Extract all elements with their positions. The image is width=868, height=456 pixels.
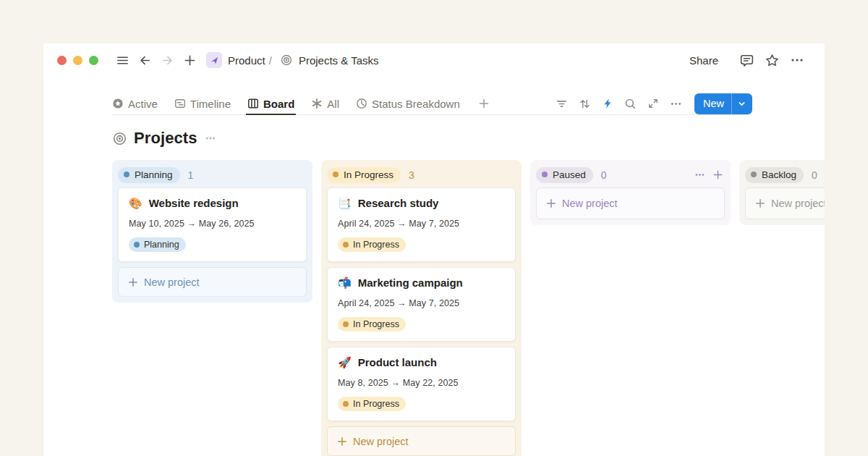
- status-dot-icon: [124, 172, 129, 177]
- zoom-window-button[interactable]: [89, 56, 98, 65]
- tab-status-breakdown[interactable]: Status Breakdown: [356, 93, 460, 114]
- favorite-star-icon[interactable]: [763, 51, 780, 69]
- add-view-icon[interactable]: [478, 98, 490, 109]
- card-status-label: In Progress: [353, 399, 399, 409]
- new-project-label: New project: [771, 198, 825, 209]
- view-controls: New: [556, 93, 752, 114]
- group-status-pill[interactable]: Paused: [536, 167, 593, 183]
- filter-icon[interactable]: [556, 98, 568, 110]
- page-title[interactable]: Projects: [134, 129, 197, 148]
- tab-active[interactable]: Active: [112, 93, 158, 114]
- card-emoji: 📑: [338, 198, 352, 208]
- column-more-icon[interactable]: [694, 169, 705, 180]
- minimize-window-button[interactable]: [73, 56, 82, 65]
- search-icon[interactable]: [624, 98, 637, 110]
- card-status-label: Planning: [144, 240, 179, 250]
- status-dot-icon: [343, 242, 349, 248]
- project-card[interactable]: 📬 Marketing campaign April 24, 2025 → Ma…: [327, 267, 516, 342]
- group-status-pill[interactable]: In Progress: [327, 167, 401, 183]
- new-project-button[interactable]: New project: [118, 267, 307, 297]
- tab-board[interactable]: Board: [247, 93, 294, 114]
- column-planning: Planning 1 🎨 Website redesign May 10, 20…: [112, 160, 312, 303]
- kanban-board: Planning 1 🎨 Website redesign May 10, 20…: [112, 160, 825, 456]
- card-status-pill: In Progress: [338, 237, 406, 252]
- tab-label: Timeline: [190, 98, 231, 110]
- column-header: Planning 1: [118, 165, 307, 187]
- column-header-actions: [694, 169, 723, 180]
- breadcrumb-page[interactable]: Projects & Tasks: [299, 54, 379, 67]
- sidebar-menu-icon[interactable]: [114, 52, 130, 68]
- column-header: Backlog 0: [745, 165, 825, 187]
- card-status-pill: In Progress: [338, 397, 406, 411]
- pie-clock-icon: [356, 98, 367, 109]
- view-tabs: Active Timeline Board All: [112, 93, 490, 114]
- new-project-label: New project: [144, 276, 200, 288]
- card-emoji: 📬: [338, 277, 352, 288]
- group-count: 3: [409, 169, 414, 181]
- card-date-range: April 24, 2025 → May 7, 2025: [338, 219, 505, 229]
- more-options-icon[interactable]: [788, 51, 806, 69]
- group-count: 0: [812, 169, 817, 181]
- workspace-cursor-icon[interactable]: [206, 52, 222, 68]
- tab-all[interactable]: All: [311, 93, 339, 114]
- new-project-label: New project: [353, 436, 409, 447]
- card-title: Marketing campaign: [358, 276, 463, 289]
- automation-bolt-icon[interactable]: [602, 98, 613, 109]
- status-dot-icon: [751, 172, 757, 177]
- target-icon: [112, 131, 127, 146]
- expand-icon[interactable]: [647, 98, 659, 109]
- timeline-icon: [174, 98, 186, 109]
- project-card[interactable]: 🎨 Website redesign May 10, 2025 → May 26…: [118, 187, 307, 262]
- tab-label: Status Breakdown: [372, 98, 460, 110]
- column-header: Paused 0: [536, 165, 725, 187]
- close-window-button[interactable]: [57, 56, 67, 65]
- app-window: Product / Projects & Tasks Share: [43, 43, 825, 456]
- plus-icon: [546, 198, 556, 208]
- card-emoji: 🎨: [129, 198, 142, 208]
- new-button-label: New: [694, 98, 731, 109]
- plus-icon: [755, 198, 765, 208]
- chevron-down-icon[interactable]: [732, 100, 752, 108]
- card-date-range: April 24, 2025 → May 7, 2025: [338, 298, 505, 308]
- new-page-plus-icon[interactable]: [182, 52, 197, 68]
- board-icon: [247, 98, 259, 109]
- new-project-button[interactable]: New project: [327, 426, 516, 456]
- new-project-button[interactable]: New project: [536, 187, 725, 219]
- new-button[interactable]: New: [694, 93, 752, 114]
- group-status-pill[interactable]: Planning: [118, 167, 180, 183]
- top-bar-actions: Share: [689, 51, 806, 69]
- column-add-icon[interactable]: [712, 169, 723, 180]
- column-in-progress: In Progress 3 📑 Research study April 24,…: [321, 160, 522, 456]
- target-icon: [280, 54, 293, 67]
- tab-timeline[interactable]: Timeline: [174, 93, 231, 114]
- project-card[interactable]: 📑 Research study April 24, 2025 → May 7,…: [327, 187, 516, 262]
- forward-arrow-icon[interactable]: [159, 52, 175, 68]
- project-card[interactable]: 🚀 Product launch May 8, 2025 → May 22, 2…: [327, 347, 516, 421]
- card-emoji: 🚀: [338, 357, 352, 368]
- share-button[interactable]: Share: [689, 54, 718, 67]
- new-project-button[interactable]: New project: [745, 187, 825, 219]
- group-label: In Progress: [344, 169, 393, 180]
- view-toolbar: Active Timeline Board All: [112, 93, 752, 115]
- card-status-pill: In Progress: [338, 317, 406, 332]
- plus-icon: [128, 277, 138, 287]
- status-dot-icon: [343, 401, 349, 407]
- group-label: Planning: [135, 169, 173, 180]
- tab-label: All: [327, 98, 339, 110]
- tab-label: Active: [128, 98, 158, 110]
- card-date-range: May 10, 2025 → May 26, 2025: [129, 219, 296, 229]
- group-status-pill[interactable]: Backlog: [745, 167, 804, 183]
- title-more-icon[interactable]: [205, 132, 216, 144]
- sort-icon[interactable]: [579, 98, 591, 110]
- back-arrow-icon[interactable]: [137, 52, 153, 68]
- group-count: 0: [601, 169, 607, 181]
- comments-icon[interactable]: [738, 51, 755, 69]
- plus-icon: [337, 436, 347, 447]
- status-dot-icon: [333, 172, 339, 177]
- tab-label: Board: [263, 98, 294, 110]
- card-status-label: In Progress: [353, 240, 399, 250]
- card-title: Website redesign: [149, 197, 239, 209]
- breadcrumb-workspace[interactable]: Product: [228, 54, 265, 67]
- breadcrumb-separator: /: [269, 54, 272, 67]
- view-more-icon[interactable]: [670, 98, 682, 110]
